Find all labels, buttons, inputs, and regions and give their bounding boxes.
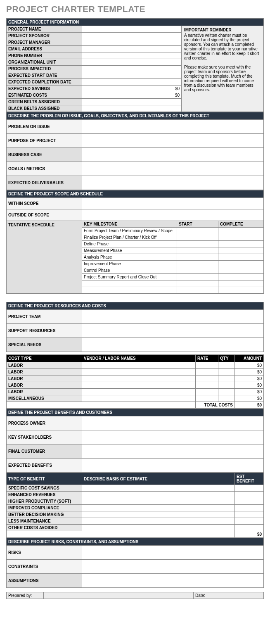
milestone-3[interactable]: Measurement Phase: [82, 247, 177, 254]
value-phone[interactable]: [82, 52, 182, 59]
milestone-2-start[interactable]: [177, 241, 218, 247]
benefit-est-1[interactable]: [235, 492, 264, 498]
milestone-5[interactable]: Improvement Phase: [82, 261, 177, 267]
cost-rate-5[interactable]: [196, 395, 218, 402]
value-project-name[interactable]: [82, 26, 182, 33]
benefit-est-3[interactable]: [235, 505, 264, 511]
value-support[interactable]: [82, 324, 264, 338]
cost-rate-3[interactable]: [196, 382, 218, 389]
milestone-5-start[interactable]: [177, 261, 218, 267]
value-start-date[interactable]: [82, 72, 182, 79]
milestone-4-start[interactable]: [177, 254, 218, 261]
milestone-6[interactable]: Control Phase: [82, 267, 177, 274]
benefit-est-0[interactable]: [235, 485, 264, 492]
value-problem-issue[interactable]: [82, 120, 264, 134]
milestone-9-start[interactable]: [177, 287, 218, 294]
benefit-basis-3[interactable]: [82, 505, 235, 511]
cost-vendor-0[interactable]: [82, 362, 196, 369]
value-constraints[interactable]: [82, 560, 264, 574]
scope-header: DEFINE THE PROJECT SCOPE AND SCHEDULE: [7, 190, 264, 198]
milestone-7-start[interactable]: [177, 274, 218, 280]
benefit-est-4[interactable]: [235, 511, 264, 518]
value-business-case[interactable]: [82, 148, 264, 162]
value-date[interactable]: [214, 592, 264, 599]
benefit-est-6[interactable]: [235, 525, 264, 531]
milestone-9-complete[interactable]: [218, 287, 264, 294]
value-process[interactable]: [82, 66, 182, 72]
benefit-basis-5[interactable]: [82, 518, 235, 525]
cost-vendor-5[interactable]: [82, 395, 196, 402]
value-assumptions[interactable]: [82, 574, 264, 588]
cost-qty-4[interactable]: [218, 389, 235, 395]
milestone-3-start[interactable]: [177, 247, 218, 254]
value-stakeholders[interactable]: [82, 430, 264, 444]
value-manager[interactable]: [82, 39, 182, 46]
milestone-8-complete[interactable]: [218, 280, 264, 287]
cost-type-1: LABOR: [7, 369, 82, 375]
cost-rate-0[interactable]: [196, 362, 218, 369]
benefit-type-6: OTHER COSTS AVOIDED: [7, 525, 82, 531]
value-project-team[interactable]: [82, 310, 264, 324]
cost-vendor-1[interactable]: [82, 369, 196, 375]
value-deliverables[interactable]: [82, 176, 264, 190]
value-expected-benefits[interactable]: [82, 459, 264, 473]
value-email[interactable]: [82, 46, 182, 52]
milestone-0[interactable]: Form Project Team / Preliminary Review /…: [82, 228, 177, 234]
value-sponsor[interactable]: [82, 33, 182, 39]
resources-header: DEFINE THE PROJECT RESOURCES AND COSTS: [7, 302, 264, 310]
value-risks[interactable]: [82, 546, 264, 560]
cost-vendor-4[interactable]: [82, 389, 196, 395]
milestone-0-start[interactable]: [177, 228, 218, 234]
benefit-basis-4[interactable]: [82, 511, 235, 518]
milestone-2[interactable]: Define Phase: [82, 241, 177, 247]
value-outside-scope[interactable]: [82, 209, 264, 221]
value-within-scope[interactable]: [82, 198, 264, 209]
value-black-belts[interactable]: [82, 105, 182, 112]
milestone-9[interactable]: [82, 287, 177, 294]
benefit-est-2[interactable]: [235, 498, 264, 505]
benefit-type-1: ENHANCED REVENUES: [7, 492, 82, 498]
milestone-2-complete[interactable]: [218, 241, 264, 247]
cost-vendor-3[interactable]: [82, 382, 196, 389]
milestone-3-complete[interactable]: [218, 247, 264, 254]
cost-qty-1[interactable]: [218, 369, 235, 375]
cost-qty-3[interactable]: [218, 382, 235, 389]
value-prepared-by[interactable]: [44, 592, 194, 599]
milestone-4-complete[interactable]: [218, 254, 264, 261]
cost-qty-5[interactable]: [218, 395, 235, 402]
benefit-est-5[interactable]: [235, 518, 264, 525]
milestone-8-start[interactable]: [177, 280, 218, 287]
value-savings[interactable]: $0: [82, 86, 182, 92]
value-purpose[interactable]: [82, 134, 264, 148]
benefit-basis-2[interactable]: [82, 498, 235, 505]
value-final-customer[interactable]: [82, 444, 264, 459]
milestone-1-complete[interactable]: [218, 234, 264, 241]
value-special-needs[interactable]: [82, 338, 264, 352]
milestone-1-start[interactable]: [177, 234, 218, 241]
milestone-7-complete[interactable]: [218, 274, 264, 280]
milestone-7[interactable]: Project Summary Report and Close Out: [82, 274, 177, 280]
value-goals[interactable]: [82, 162, 264, 176]
milestone-5-complete[interactable]: [218, 261, 264, 267]
benefit-basis-6[interactable]: [82, 525, 235, 531]
value-completion-date[interactable]: [82, 79, 182, 86]
milestone-6-complete[interactable]: [218, 267, 264, 274]
value-costs[interactable]: $0: [82, 92, 182, 99]
value-process-owner[interactable]: [82, 416, 264, 430]
milestone-6-start[interactable]: [177, 267, 218, 274]
milestone-8[interactable]: [82, 280, 177, 287]
milestone-1[interactable]: Finalize Project Plan / Charter / Kick O…: [82, 234, 177, 241]
milestone-4[interactable]: Analysis Phase: [82, 254, 177, 261]
cost-rate-1[interactable]: [196, 369, 218, 375]
cost-rate-2[interactable]: [196, 375, 218, 382]
value-green-belts[interactable]: [82, 99, 182, 105]
value-org-unit[interactable]: [82, 59, 182, 66]
cost-rate-4[interactable]: [196, 389, 218, 395]
benefit-basis-0[interactable]: [82, 485, 235, 492]
label-support: SUPPORT RESOURCES: [7, 324, 82, 338]
benefit-basis-1[interactable]: [82, 492, 235, 498]
cost-qty-0[interactable]: [218, 362, 235, 369]
milestone-0-complete[interactable]: [218, 228, 264, 234]
cost-qty-2[interactable]: [218, 375, 235, 382]
cost-vendor-2[interactable]: [82, 375, 196, 382]
